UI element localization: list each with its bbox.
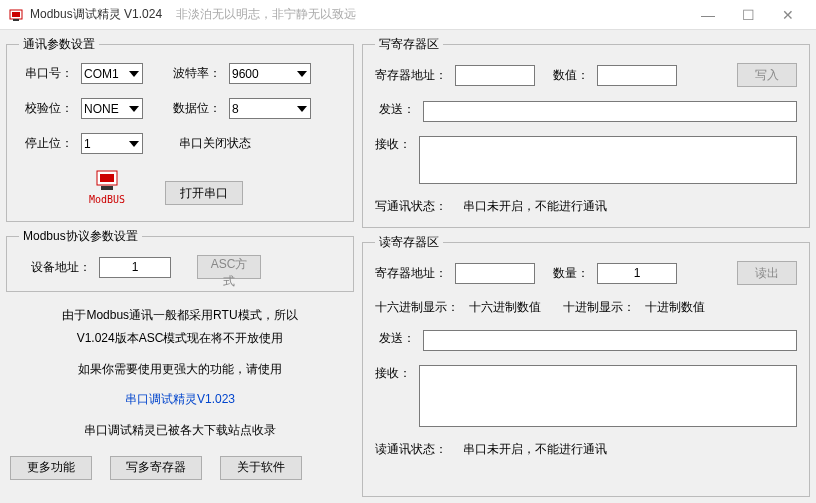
protocol-params-group: Modbus协议参数设置 设备地址： ASC方式 xyxy=(6,228,354,292)
read-status-text: 串口未开启，不能进行通讯 xyxy=(463,441,607,458)
read-recv-label: 接收： xyxy=(375,365,411,382)
app-subtitle: 非淡泊无以明志，非宁静无以致远 xyxy=(176,6,356,23)
svg-rect-2 xyxy=(13,19,19,21)
stopbits-label: 停止位： xyxy=(19,135,73,152)
read-count-label: 数量： xyxy=(553,265,589,282)
baud-select[interactable]: 9600 xyxy=(229,63,311,84)
read-count-input[interactable] xyxy=(597,263,677,284)
write-legend: 写寄存器区 xyxy=(375,36,443,53)
read-button: 读出 xyxy=(737,261,797,285)
write-val-label: 数值： xyxy=(553,67,589,84)
databits-select[interactable]: 8 xyxy=(229,98,311,119)
app-icon xyxy=(8,7,24,23)
about-button[interactable]: 关于软件 xyxy=(220,456,302,480)
read-recv-textarea[interactable] xyxy=(419,365,797,427)
read-send-label: 发送： xyxy=(375,330,415,347)
parity-label: 校验位： xyxy=(19,100,73,117)
write-multi-button[interactable]: 写多寄存器 xyxy=(110,456,202,480)
minimize-button[interactable]: — xyxy=(688,1,728,29)
write-addr-label: 寄存器地址： xyxy=(375,67,447,84)
write-recv-textarea[interactable] xyxy=(419,136,797,184)
read-send-input[interactable] xyxy=(423,330,797,351)
dec-display-value: 十进制数值 xyxy=(645,299,705,316)
comm-legend: 通讯参数设置 xyxy=(19,36,99,53)
write-status-text: 串口未开启，不能进行通讯 xyxy=(463,198,607,215)
device-addr-input[interactable] xyxy=(99,257,171,278)
write-register-group: 写寄存器区 寄存器地址： 数值： 写入 发送： 接收： 写通讯状态： 串口未开启… xyxy=(362,36,810,228)
note-block: 由于Modbus通讯一般都采用RTU模式，所以 V1.024版本ASC模式现在将… xyxy=(6,298,354,448)
note-line5: 串口调试精灵已被各大下载站点收录 xyxy=(10,419,350,442)
parity-select[interactable]: NONE xyxy=(81,98,143,119)
device-addr-label: 设备地址： xyxy=(19,259,91,276)
svg-rect-4 xyxy=(100,174,114,182)
note-line3: 如果你需要使用更强大的功能，请使用 xyxy=(10,358,350,381)
protocol-legend: Modbus协议参数设置 xyxy=(19,228,142,245)
read-status-label: 读通讯状态： xyxy=(375,441,447,458)
databits-label: 数据位： xyxy=(161,100,221,117)
note-link[interactable]: 串口调试精灵V1.023 xyxy=(10,388,350,411)
read-addr-input[interactable] xyxy=(455,263,535,284)
port-status: 串口关闭状态 xyxy=(179,135,251,152)
write-val-input[interactable] xyxy=(597,65,677,86)
open-port-button[interactable]: 打开串口 xyxy=(165,181,243,205)
read-register-group: 读寄存器区 寄存器地址： 数量： 读出 十六进制显示： 十六进制数值 十进制显示… xyxy=(362,234,810,497)
titlebar: Modbus调试精灵 V1.024 非淡泊无以明志，非宁静无以致远 — ☐ ✕ xyxy=(0,0,816,30)
write-send-label: 发送： xyxy=(375,101,415,118)
comm-params-group: 通讯参数设置 串口号： COM1 波特率： 9600 校验位： NONE 数据位… xyxy=(6,36,354,222)
baud-label: 波特率： xyxy=(161,65,221,82)
write-addr-input[interactable] xyxy=(455,65,535,86)
port-label: 串口号： xyxy=(19,65,73,82)
write-status-label: 写通讯状态： xyxy=(375,198,447,215)
more-features-button[interactable]: 更多功能 xyxy=(10,456,92,480)
stopbits-select[interactable]: 1 xyxy=(81,133,143,154)
close-button[interactable]: ✕ xyxy=(768,1,808,29)
note-line2: V1.024版本ASC模式现在将不开放使用 xyxy=(10,327,350,350)
asc-mode-button: ASC方式 xyxy=(197,255,261,279)
port-select[interactable]: COM1 xyxy=(81,63,143,84)
write-recv-label: 接收： xyxy=(375,136,411,153)
modbus-icon: ModBUS xyxy=(89,168,125,205)
content: 通讯参数设置 串口号： COM1 波特率： 9600 校验位： NONE 数据位… xyxy=(0,30,816,503)
svg-rect-1 xyxy=(12,12,20,17)
hex-display-value: 十六进制数值 xyxy=(469,299,541,316)
dec-display-label: 十进制显示： xyxy=(563,299,635,316)
write-send-input[interactable] xyxy=(423,101,797,122)
hex-display-label: 十六进制显示： xyxy=(375,299,459,316)
app-title: Modbus调试精灵 V1.024 xyxy=(30,6,162,23)
bottom-buttons: 更多功能 写多寄存器 关于软件 xyxy=(6,454,354,480)
read-legend: 读寄存器区 xyxy=(375,234,443,251)
maximize-button[interactable]: ☐ xyxy=(728,1,768,29)
svg-rect-5 xyxy=(101,186,113,190)
note-line1: 由于Modbus通讯一般都采用RTU模式，所以 xyxy=(10,304,350,327)
write-button: 写入 xyxy=(737,63,797,87)
modbus-icon-label: ModBUS xyxy=(89,194,125,205)
read-addr-label: 寄存器地址： xyxy=(375,265,447,282)
